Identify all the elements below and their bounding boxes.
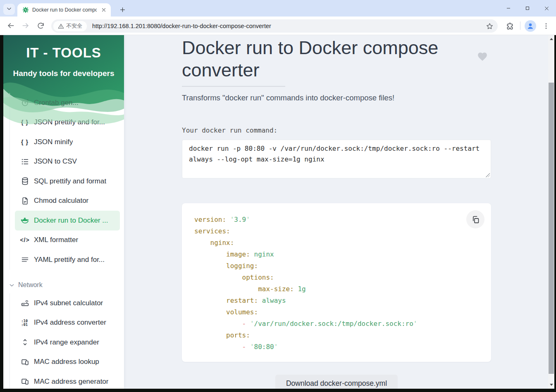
list-icon xyxy=(19,157,30,166)
sidebar-item-crontab-gen[interactable]: Crontab gen... xyxy=(15,93,120,113)
sidebar: IT - TOOLS Handy tools for developers Cr… xyxy=(3,35,124,389)
browser-menu-icon[interactable] xyxy=(541,21,551,31)
sidebar-item-docker-run-to-docker[interactable]: Docker run to Docker ... xyxy=(15,211,120,230)
sidebar-item-mac-address-generator[interactable]: MAC address generator xyxy=(15,372,120,389)
sidebar-tools-list: Crontab gen...{ }JSON prettify and for..… xyxy=(10,93,120,270)
sidebar-item-xml-formatter[interactable]: </>XML formatter xyxy=(15,230,120,250)
command-input-wrapper: docker run -p 80:80 -v /var/run/docker.s… xyxy=(182,140,491,178)
maximize-button[interactable] xyxy=(518,0,537,17)
address-bar[interactable]: 不安全 http://192.168.1.201:8080/docker-run… xyxy=(51,19,498,33)
sidebar-item-label: JSON to CSV xyxy=(34,157,77,166)
sidebar-item-json-minify[interactable]: { }JSON minify xyxy=(15,132,120,152)
code-line: image: nginx xyxy=(194,249,479,260)
sidebar-item-json-to-csv[interactable]: JSON to CSV xyxy=(15,152,120,172)
copy-icon xyxy=(471,215,480,224)
tool-description: Transforms "docker run" commands into do… xyxy=(182,93,394,102)
app-tagline: Handy tools for developers xyxy=(3,69,124,78)
sidebar-item-label: Crontab gen... xyxy=(34,99,79,107)
code-line: logging: xyxy=(194,260,479,272)
download-compose-button[interactable]: Download docker-compose.yml xyxy=(275,375,398,389)
code-line: nginx: xyxy=(194,237,479,249)
sidebar-item-label: Docker run to Docker ... xyxy=(34,216,108,225)
sidebar-item-sql-prettify-and-format[interactable]: SQL prettify and format xyxy=(15,171,120,191)
scrollbar-down-arrow[interactable] xyxy=(548,382,554,388)
code-line: options: xyxy=(194,272,479,283)
main-content: Docker run to Docker compose converter T… xyxy=(124,35,548,389)
input-label: Your docker run command: xyxy=(182,126,277,134)
alarm-clock-icon xyxy=(19,98,30,108)
reload-button[interactable] xyxy=(34,19,47,32)
window-controls xyxy=(499,0,556,17)
tab-title: Docker run to Docker compo xyxy=(32,7,97,13)
file-icon xyxy=(19,196,30,206)
yaml-code[interactable]: version: '3.9'services: nginx: image: ng… xyxy=(194,214,479,353)
sidebar-item-ipv4-subnet-calculator[interactable]: IPv4 subnet calculator xyxy=(15,293,120,313)
devices-icon xyxy=(19,377,30,387)
menu-lines-icon xyxy=(19,255,30,265)
sidebar-item-json-prettify-and-for[interactable]: { }JSON prettify and for... xyxy=(15,113,120,133)
sidebar-item-label: JSON minify xyxy=(34,138,73,146)
sidebar-item-ipv4-address-converter[interactable]: :10:01IPv4 address converter xyxy=(15,313,120,333)
code-line: services: xyxy=(194,226,479,237)
sidebar-item-ipv4-range-expander[interactable]: IPv4 range expander xyxy=(15,333,120,352)
code-line: volumes: xyxy=(194,306,479,318)
forward-button[interactable] xyxy=(19,19,32,32)
toolbar-separator xyxy=(520,21,520,30)
tab-close-icon[interactable] xyxy=(100,6,107,14)
close-window-button[interactable] xyxy=(537,0,556,17)
sidebar-item-yaml-prettify-and-for[interactable]: YAML prettify and for... xyxy=(15,250,120,270)
unfold-icon xyxy=(19,337,30,347)
sidebar-item-chmod-calculator[interactable]: Chmod calculator xyxy=(15,191,120,211)
browser-tab[interactable]: Docker run to Docker compo xyxy=(17,3,111,17)
code-line: version: '3.9' xyxy=(194,214,479,226)
svg-text::01: :01 xyxy=(21,323,28,327)
back-button[interactable] xyxy=(4,19,17,32)
url-text[interactable]: http://192.168.1.201:8080/docker-run-to-… xyxy=(92,23,271,29)
braces-icon: { } xyxy=(19,137,30,147)
sidebar-item-label: IPv4 subnet calculator xyxy=(34,299,103,307)
binary-icon: :10:01 xyxy=(19,318,30,328)
security-label: 不安全 xyxy=(66,22,82,30)
copy-button[interactable] xyxy=(466,210,484,228)
yaml-output-card: version: '3.9'services: nginx: image: ng… xyxy=(182,203,491,362)
sidebar-item-label: SQL prettify and format xyxy=(34,177,106,185)
docker-whale-icon xyxy=(19,216,30,226)
code-tags-icon: </> xyxy=(19,235,30,245)
code-line: restart: always xyxy=(194,295,479,306)
scrollbar-thumb[interactable] xyxy=(549,83,554,374)
braces-icon: { } xyxy=(19,117,30,127)
chevron-down-icon xyxy=(8,282,15,289)
sidebar-network-list: IPv4 subnet calculator:10:01IPv4 address… xyxy=(10,293,120,389)
devices-icon xyxy=(19,357,30,367)
sidebar-item-label: IPv4 range expander xyxy=(34,338,99,347)
title-divider xyxy=(182,86,285,87)
warning-triangle-icon xyxy=(58,23,64,29)
sidebar-section-network[interactable]: Network xyxy=(8,279,43,291)
chevron-down-icon xyxy=(6,6,12,13)
tab-search-button[interactable] xyxy=(3,4,15,15)
scrollbar-up-arrow[interactable] xyxy=(548,36,554,42)
code-line: max-size: 1g xyxy=(194,283,479,295)
favorite-heart-icon[interactable] xyxy=(477,51,488,62)
sidebar-item-label: IPv4 address converter xyxy=(34,318,106,327)
code-line: - '80:80' xyxy=(194,341,479,353)
database-icon xyxy=(19,176,30,186)
page-scrollbar[interactable] xyxy=(548,35,554,389)
security-chip[interactable]: 不安全 xyxy=(53,21,87,31)
desktop-edge xyxy=(554,35,556,392)
extensions-puzzle-icon[interactable] xyxy=(504,21,515,31)
minimize-button[interactable] xyxy=(499,0,518,17)
profile-avatar[interactable] xyxy=(525,20,536,32)
router-icon xyxy=(19,298,30,308)
docker-run-command-input[interactable]: docker run -p 80:80 -v /var/run/docker.s… xyxy=(182,140,491,178)
sidebar-item-label: YAML prettify and for... xyxy=(34,256,105,264)
bookmark-star-icon[interactable] xyxy=(486,22,494,30)
new-tab-button[interactable] xyxy=(117,4,128,15)
sidebar-item-label: Chmod calculator xyxy=(34,197,88,205)
code-line: ports: xyxy=(194,330,479,341)
code-line: - '/var/run/docker.sock:/tmp/docker.sock… xyxy=(194,318,479,330)
sidebar-item-label: XML formatter xyxy=(34,236,78,244)
sidebar-item-label: MAC address generator xyxy=(34,378,108,386)
it-tools-favicon-icon xyxy=(22,7,29,13)
sidebar-item-mac-address-lookup[interactable]: MAC address lookup xyxy=(15,352,120,372)
